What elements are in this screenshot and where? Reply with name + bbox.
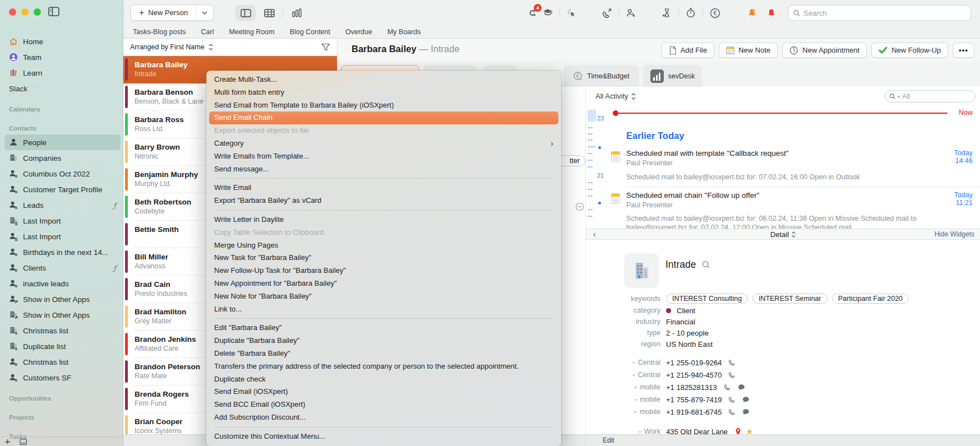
menu-item-send-message[interactable]: Send message... [209,163,558,176]
menu-item-add-subscription-discount[interactable]: Add Subscription Discount... [209,411,558,424]
billing-euro-icon[interactable]: € [710,8,720,18]
learn-academy-icon[interactable] [543,8,553,17]
sidebar-item-last-import[interactable]: Last Import [4,213,121,229]
sidebar-item-duplicate-list[interactable]: Duplicate list [4,338,121,354]
menu-item-new-note-for-barbara-bailey[interactable]: New Note for "Barbara Bailey" [209,290,558,303]
edit-button[interactable]: Edit [603,436,614,444]
activity-filter-input[interactable] [902,92,970,100]
split-view-button[interactable] [235,5,256,21]
sidebar-item-columbus-oct-2022[interactable]: Columbus Oct 2022 [4,166,121,182]
favorite-star-icon[interactable]: ★ [746,428,754,435]
add-caller-icon[interactable] [626,8,636,18]
view-tab-my-boards[interactable]: My Boards [387,28,421,36]
menu-item-send-email-from-template-to-barbara-bail[interactable]: Send Email from Template to Barbara Bail… [209,99,558,112]
menu-item-duplicate-barbara-bailey[interactable]: Duplicate "Barbara Bailey" [209,334,558,347]
sidebar-item-slack[interactable]: Slack [4,81,121,96]
menu-item-transfers-the-primary-address-of-the-sel[interactable]: Transfers the primary address of the sel… [209,360,558,373]
hide-widgets-link[interactable]: Hide Widgets [935,230,974,238]
global-search-field[interactable] [788,5,971,21]
menu-item-create-multi-task[interactable]: Create Multi-Task... [209,73,558,86]
minimize-window-button[interactable] [21,8,29,16]
new-appointment-button[interactable]: New Appointment [782,43,867,58]
sidebar-item-show-in-other-apps[interactable]: Show in Other Apps [4,307,121,323]
activity-item-title[interactable]: Scheduled email chain "Follow up offer" [626,191,759,199]
sidebar-item-inactive-leads[interactable]: inactive leads [4,276,121,291]
menu-item-customize-this-contextual-menu[interactable]: Customize this Contextual Menu... [209,430,558,443]
menu-item-new-appointment-for-barbara-bailey[interactable]: New Appointment for "Barbara Bailey" [209,277,558,290]
fullscreen-window-button[interactable] [34,8,41,16]
sidebar-item-last-import[interactable]: Last Import [4,229,121,244]
menu-item-send-email-iosxpert[interactable]: Send Email (iOSXpert) [209,385,558,398]
table-view-button[interactable] [259,5,279,21]
close-window-button[interactable] [9,8,16,16]
search-input[interactable] [803,9,966,17]
more-actions-button[interactable]: ••• [953,43,974,58]
add-list-button[interactable] [4,439,11,445]
activity-filter-dropdown[interactable]: All Activity [595,92,636,100]
menu-item-delete-barbara-bailey[interactable]: Delete "Barbara Bailey" [209,347,558,360]
alert-bell-icon[interactable] [767,8,776,18]
sidebar-item-show-in-other-apps[interactable]: Show in Other Apps [4,291,121,307]
message-icon[interactable] [738,384,745,391]
call-icon[interactable] [728,408,736,416]
add-time-icon[interactable] [662,8,672,18]
sidebar-item-companies[interactable]: Companies [4,150,121,166]
sidebar-toggle-icon[interactable] [48,7,59,16]
view-tab-carl[interactable]: Carl [201,28,214,36]
timer-icon[interactable] [686,8,696,18]
menu-item-new-task-for-barbara-bailey[interactable]: New Task for "Barbara Bailey" [209,252,558,264]
message-icon[interactable] [742,408,750,415]
menu-item-write-email[interactable]: Write Email [209,182,558,194]
add-file-button[interactable]: Add File [662,43,715,58]
keyword-pill[interactable]: INTEREST Seminar [752,294,828,304]
map-pin-icon[interactable] [734,428,742,435]
call-icon[interactable] [728,371,736,379]
keyword-pill[interactable]: Participant Fair 2020 [832,294,909,304]
sidebar-item-customer-target-profile[interactable]: Customer Target Profile [4,182,121,197]
activity-search-filter[interactable] [885,90,976,103]
menu-item-duplicate-check[interactable]: Duplicate check [209,373,558,386]
menu-item-edit-barbara-bailey[interactable]: Edit "Barbara Bailey" [209,322,558,334]
message-icon[interactable] [742,396,750,403]
view-tab-meeting-room[interactable]: Meeting Room [229,28,274,36]
chart-view-button[interactable] [286,5,307,21]
menu-item-send-bcc-email-iosxpert[interactable]: Send BCC Email (iOSXpert) [209,398,558,411]
call-icon[interactable] [728,359,736,366]
filter-funnel-icon[interactable] [321,43,330,52]
menu-item-merge-using-pages[interactable]: Merge Using Pages [209,239,558,252]
view-tab-overdue[interactable]: Overdue [345,28,372,36]
menu-item-write-letter-in-daylite[interactable]: Write Letter in Daylite [209,213,558,226]
outgoing-call-icon[interactable] [602,8,612,18]
keyword-pill[interactable]: INTEREST Consulting [666,294,748,304]
sidebar-item-home[interactable]: Home [4,34,121,49]
click-assistant-icon[interactable] [567,8,576,18]
sort-bar[interactable]: Arranged by First Name [123,39,337,56]
new-person-button[interactable]: + New Person [131,4,214,21]
new-note-button[interactable]: New Note [719,43,778,58]
sidebar-item-clients[interactable]: Clientsƒ [4,260,121,276]
sidebar-item-team[interactable]: Team [4,49,121,65]
widget-tab-sevdesk[interactable]: sevDesk [643,65,702,87]
sidebar-item-birthdays-in-the-next-14-[interactable]: Birthdays in the next 14... [4,244,121,260]
view-tab-tasks-blog-posts[interactable]: Tasks-Blog posts [133,28,186,36]
sidebar-item-people[interactable]: People [4,134,121,150]
call-icon[interactable] [728,396,736,403]
menu-item-write-emails-from-template[interactable]: Write Emails from Template... [209,150,558,163]
plugin-magnet-icon[interactable]: 4 [527,8,537,18]
sidebar-item-customers-sf[interactable]: Customers SF [4,370,121,385]
menu-item-new-follow-up-task-for-barbara-bailey[interactable]: New Follow-Up Task for "Barbara Bailey" [209,264,558,277]
call-icon[interactable] [724,384,731,391]
activity-bell-icon[interactable] [747,8,757,18]
menu-item-send-email-chain[interactable]: Send Email Chain [209,112,558,124]
lookup-icon[interactable] [702,261,710,269]
menu-item-link-to[interactable]: Link to... [209,303,558,316]
view-tab-blog-content[interactable]: Blog Content [290,28,330,36]
detail-pane-selector[interactable]: Detail [586,230,980,239]
widget-tab-time-budget[interactable]: € Time&Budget [563,65,639,87]
sidebar-item-learn[interactable]: Learn [4,65,121,81]
menu-item-category[interactable]: Category› [209,137,558,150]
sidebar-item-christmas-list[interactable]: Christmas list [4,323,121,338]
new-person-dropdown-chevron[interactable] [196,11,213,15]
menu-item-multi-form-batch-entry[interactable]: Multi form batch entry [209,86,558,99]
sidebar-item-christmas-list[interactable]: Christmas list [4,354,121,370]
